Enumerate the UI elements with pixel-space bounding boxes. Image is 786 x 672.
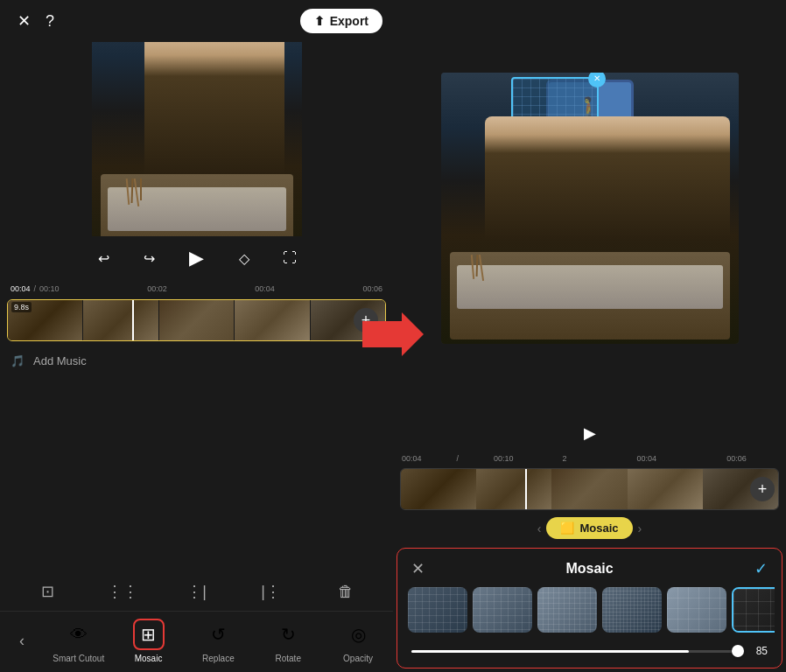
help-button[interactable]: ?	[37, 8, 63, 34]
split-button[interactable]: ⋮⋮	[107, 576, 138, 607]
mosaic-thumb-3[interactable]	[537, 587, 597, 633]
slider-fill	[411, 650, 689, 653]
mosaic-track-left-arrow[interactable]: ‹	[537, 522, 542, 536]
pip-button[interactable]: ⊡	[32, 576, 64, 607]
duration-time: 00:10	[39, 284, 60, 293]
slider-thumb[interactable]	[732, 645, 744, 657]
mosaic-thumb-5[interactable]	[667, 587, 726, 633]
redo-button[interactable]: ↪	[136, 244, 164, 272]
marker-3: 00:06	[362, 284, 382, 293]
right-video-preview: 🚶 ✕ ↙	[393, 0, 786, 416]
right-current-time: 00:04	[402, 454, 422, 463]
right-metal-tray	[457, 265, 723, 309]
collapse-button[interactable]: ‹	[9, 632, 35, 650]
close-button[interactable]: ✕	[11, 8, 37, 34]
mosaic-thumb-2[interactable]	[473, 587, 532, 633]
replace-label: Replace	[202, 654, 235, 663]
thumb-4	[235, 300, 309, 340]
left-video-preview: 🚶	[0, 42, 393, 236]
right-controls-bar: ▶	[393, 416, 786, 451]
track-duration: 9.8s	[11, 302, 32, 312]
keyframe-button[interactable]: ◇	[230, 244, 258, 272]
upload-icon: ⬆	[314, 14, 325, 28]
opacity-label: Opacity	[343, 654, 373, 663]
rotate-label: Rotate	[275, 654, 300, 663]
mosaic-panel-confirm-button[interactable]: ✓	[754, 559, 768, 578]
mosaic-track-label[interactable]: 🟨 Mosaic	[546, 517, 632, 539]
slider-value: 85	[747, 645, 768, 657]
left-timeline: 00:04 / 00:10 00:02 00:04 00:06 9.8s	[0, 280, 393, 343]
tool-icons-row: ⊡ ⋮⋮ ⋮| |⋮ 🗑	[0, 572, 393, 611]
top-bar: ✕ ? ⬆ Export	[0, 0, 393, 42]
smart-cutout-item[interactable]: 👁 Smart Cutout	[53, 619, 105, 663]
mosaic-thumbnails-row: 85	[404, 587, 775, 641]
mosaic-item[interactable]: ⊞ Mosaic	[123, 619, 175, 663]
right-food-area	[450, 252, 730, 340]
add-clip-button[interactable]: +	[354, 308, 378, 332]
opacity-icon: ◎	[342, 619, 374, 650]
right-total-time: 00:10	[494, 454, 514, 463]
intensity-slider-track[interactable]	[411, 650, 738, 653]
mosaic-panel-header: ✕ Mosaic ✓	[404, 556, 775, 587]
main-track[interactable]: 9.8s +	[7, 299, 386, 341]
right-marker: 2	[563, 454, 567, 463]
mosaic-icon-wrap: ⊞	[133, 619, 165, 650]
mosaic-thumb-4[interactable]	[602, 587, 662, 633]
person-silhouette	[144, 42, 284, 174]
add-music-row[interactable]: 🎵 Add Music	[0, 343, 393, 378]
right-person	[485, 116, 730, 239]
mosaic-thumb-1[interactable]	[408, 587, 467, 633]
mosaic-track-row: ‹ 🟨 Mosaic ›	[397, 512, 782, 544]
trim-end-button[interactable]: |⋮	[256, 576, 287, 607]
thumb-2	[83, 300, 158, 340]
play-button[interactable]: ▶	[181, 242, 213, 274]
mosaic-panel: ✕ Mosaic ✓	[397, 548, 782, 668]
marker-2: 00:04	[255, 284, 275, 293]
left-controls-bar: ↩ ↪ ▶ ◇ ⛶	[0, 236, 393, 280]
mosaic-overlay-close[interactable]: ✕	[588, 73, 606, 88]
track-thumbnails	[8, 300, 385, 340]
right-play-button[interactable]: ▶	[574, 417, 606, 449]
left-video-frame: 🚶	[92, 42, 302, 236]
right-add-clip-button[interactable]: +	[750, 477, 775, 501]
current-time: 00:04	[11, 284, 31, 293]
replace-icon: ↺	[202, 619, 234, 650]
undo-button[interactable]: ↩	[90, 244, 118, 272]
smart-cutout-label: Smart Cutout	[53, 654, 104, 663]
right-panel: 🚶 ✕ ↙	[393, 0, 786, 672]
mosaic-panel-close-button[interactable]: ✕	[411, 559, 425, 578]
timeline-ruler: 00:04 / 00:10 00:02 00:04 00:06	[4, 280, 389, 298]
food-tray-area	[101, 174, 293, 236]
right-timeline: 00:04 / 00:10 2 00:04 00:06 0	[393, 451, 786, 544]
opacity-item[interactable]: ◎ Opacity	[332, 619, 384, 663]
fullscreen-button[interactable]: ⛶	[276, 244, 304, 272]
replace-item[interactable]: ↺ Replace	[192, 619, 244, 663]
thumb-3	[159, 300, 234, 340]
mosaic-track-right-arrow[interactable]: ›	[638, 522, 642, 536]
rotate-item[interactable]: ↻ Rotate	[262, 619, 314, 663]
slider-row: 85	[404, 641, 775, 661]
rotate-icon: ↻	[272, 619, 304, 650]
bottom-toolbar: ‹ 👁 Smart Cutout ⊞ Mosaic ↺	[0, 611, 393, 672]
add-music-label: Add Music	[33, 354, 87, 368]
mosaic-thumb-6[interactable]: 85	[732, 587, 775, 633]
mosaic-panel-title: Mosaic	[565, 561, 613, 577]
mosaic-track-text: Mosaic	[579, 522, 618, 535]
mosaic-label: Mosaic	[135, 654, 163, 663]
right-playhead	[525, 469, 527, 509]
right-video-frame: 🚶 ✕ ↙	[441, 73, 739, 344]
left-panel: ✕ ? ⬆ Export 🚶	[0, 0, 393, 672]
total-time: /	[34, 284, 37, 293]
music-icon: 🎵	[11, 354, 25, 368]
delete-button[interactable]: 🗑	[330, 576, 361, 607]
mosaic-track-emoji: 🟨	[560, 522, 574, 535]
export-button[interactable]: ⬆ Export	[300, 9, 382, 33]
trim-start-button[interactable]: ⋮|	[181, 576, 213, 607]
marker-1: 00:02	[147, 284, 167, 293]
right-main-track[interactable]: +	[400, 468, 779, 510]
smart-cutout-icon: 👁	[63, 619, 95, 650]
right-time-labels: 00:04 / 00:10 2 00:04 00:06 0	[397, 451, 782, 466]
